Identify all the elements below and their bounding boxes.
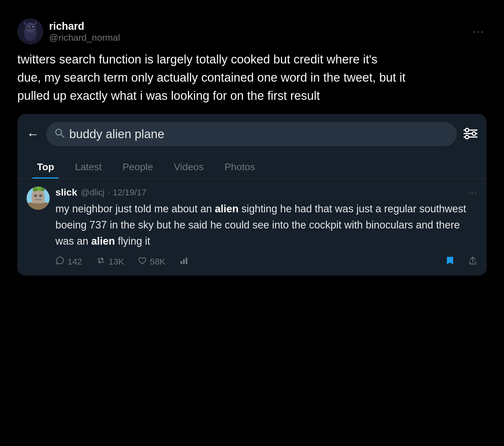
result-user: slick @dlicj · 12/19/17 xyxy=(55,187,146,198)
tab-people[interactable]: People xyxy=(112,155,163,178)
result-display-name: slick xyxy=(55,187,77,198)
reply-count: 142 xyxy=(68,257,82,267)
bookmark-icon xyxy=(446,256,454,267)
user-info: richard @richard_normal xyxy=(49,20,120,43)
avatar[interactable] xyxy=(17,18,43,44)
retweet-icon xyxy=(96,256,106,267)
tab-top[interactable]: Top xyxy=(27,155,65,178)
svg-line-8 xyxy=(61,134,64,137)
analytics-icon xyxy=(179,256,188,267)
result-more-options[interactable]: ··· xyxy=(468,188,477,197)
svg-rect-24 xyxy=(41,188,44,191)
tabs-row: Top Latest People Videos Photos xyxy=(17,155,487,179)
share-icon xyxy=(468,256,477,267)
analytics-button[interactable] xyxy=(179,256,188,267)
svg-point-14 xyxy=(465,135,469,139)
svg-point-12 xyxy=(472,132,476,135)
bookmark-button[interactable] xyxy=(446,256,454,267)
result-tweet-header: slick @dlicj · 12/19/17 ··· xyxy=(55,187,477,198)
svg-point-6 xyxy=(32,26,33,27)
svg-rect-26 xyxy=(37,187,39,189)
retweet-button[interactable]: 13K xyxy=(96,256,124,267)
reply-button[interactable]: 142 xyxy=(55,256,82,267)
tab-latest[interactable]: Latest xyxy=(65,155,112,178)
svg-rect-21 xyxy=(35,199,42,200)
back-button[interactable]: ← xyxy=(27,127,39,141)
result-tweet-actions: 142 13K xyxy=(55,256,477,267)
filter-icon[interactable] xyxy=(464,128,477,140)
svg-rect-28 xyxy=(183,259,185,264)
result-avatar[interactable] xyxy=(27,187,50,210)
search-icon xyxy=(54,128,65,141)
svg-point-2 xyxy=(25,23,36,33)
svg-rect-25 xyxy=(33,188,35,189)
result-date: · 12/19/17 xyxy=(108,188,146,197)
tweet-text: twitters search function is largely tota… xyxy=(17,50,487,105)
inner-screenshot: ← buddy alien plane xyxy=(17,114,487,276)
result-avatar-image xyxy=(27,187,50,210)
more-options-button[interactable]: ··· xyxy=(471,23,487,40)
svg-rect-20 xyxy=(39,195,42,197)
tab-videos[interactable]: Videos xyxy=(163,155,214,178)
username: @richard_normal xyxy=(49,32,120,43)
svg-point-5 xyxy=(28,26,29,27)
svg-rect-19 xyxy=(34,195,37,197)
like-count: 58K xyxy=(150,257,165,267)
retweet-count: 13K xyxy=(109,257,124,267)
tweet-header: richard @richard_normal ··· xyxy=(17,18,487,44)
result-tweet-text: my neighbor just told me about an alien … xyxy=(55,201,477,249)
result-content: slick @dlicj · 12/19/17 ··· my neighbor … xyxy=(55,187,477,267)
svg-rect-16 xyxy=(27,203,50,210)
result-tweet: slick @dlicj · 12/19/17 ··· my neighbor … xyxy=(27,179,477,276)
result-username: @dlicj xyxy=(81,188,104,197)
svg-rect-29 xyxy=(186,258,187,264)
search-box[interactable]: buddy alien plane xyxy=(46,122,457,146)
heart-icon xyxy=(138,256,147,267)
search-query-text: buddy alien plane xyxy=(69,127,164,141)
outer-tweet: richard @richard_normal ··· twitters sea… xyxy=(12,12,492,282)
svg-rect-27 xyxy=(180,261,182,264)
reply-icon xyxy=(55,256,65,267)
display-name: richard xyxy=(49,20,120,32)
avatar-image xyxy=(17,18,43,44)
search-bar-row: ← buddy alien plane xyxy=(27,122,477,146)
tweet-header-left: richard @richard_normal xyxy=(17,18,120,44)
tab-photos[interactable]: Photos xyxy=(214,155,266,178)
share-button[interactable] xyxy=(468,256,477,267)
like-button[interactable]: 58K xyxy=(138,256,165,267)
svg-point-10 xyxy=(465,128,469,132)
